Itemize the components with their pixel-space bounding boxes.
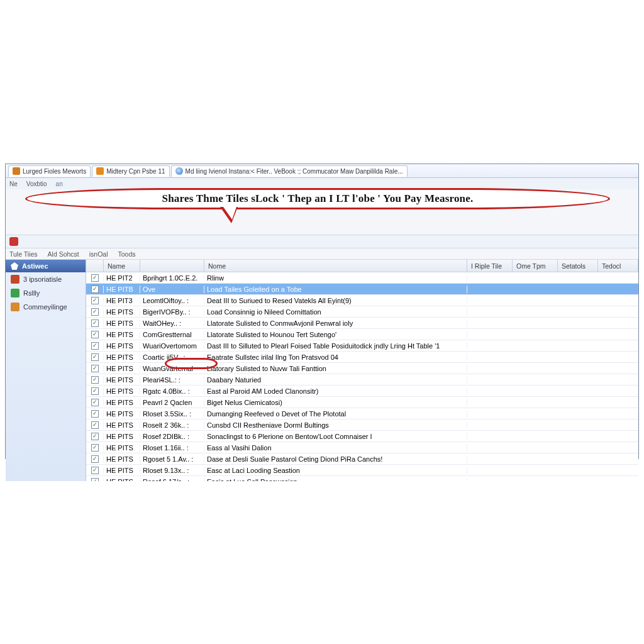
row-desc: Daabary Naturied <box>204 376 467 384</box>
row-checkbox[interactable]: ✓ <box>86 387 104 395</box>
menu-item[interactable]: Ne <box>9 180 18 187</box>
row-code: HE PIT2 <box>104 274 140 282</box>
sidebar: Astiwec 3 ipsoriatisle Rsllly Commeyilin… <box>6 260 86 481</box>
row-checkbox[interactable]: ✓ <box>86 297 104 304</box>
col-ome[interactable]: Ome Tpm <box>513 260 558 272</box>
col-checkbox[interactable] <box>86 260 104 272</box>
folder-icon <box>11 275 19 284</box>
row-code: HE PITS <box>104 399 140 406</box>
sidebar-item[interactable]: Commeyilinge <box>6 300 86 314</box>
table-row[interactable]: ✓HE PITSComGrestternalLlatorate Sulisted… <box>86 329 638 340</box>
row-checkbox[interactable]: ✓ <box>86 308 104 316</box>
row-checkbox[interactable]: ✓ <box>86 376 104 384</box>
row-name: Coartic ii5V.. : <box>140 353 204 361</box>
menu-item[interactable]: an <box>56 180 63 187</box>
row-code: HE PITS <box>104 478 140 482</box>
table-row[interactable]: ✓HE PITSRgoset 5 1.Av.. :Dase at Desli S… <box>86 453 638 465</box>
table-row[interactable]: ✓HE PITSWaitOHey.. :Llatorate Sulisted t… <box>86 318 638 329</box>
tab-3[interactable]: Md liing Ivienol Instana:< Fiter.. VeBoo… <box>171 165 408 177</box>
row-code: HE PITS <box>104 421 140 429</box>
sidebar-item[interactable]: 3 ipsoriatisle <box>6 272 86 286</box>
row-checkbox[interactable]: ✓ <box>86 274 104 282</box>
row-checkbox[interactable]: ✓ <box>86 353 104 361</box>
tab-1[interactable]: Lurged Fioles Meworts <box>8 165 91 177</box>
row-checkbox[interactable]: ✓ <box>86 286 104 293</box>
row-code: HE PITS <box>104 331 140 338</box>
table-row[interactable]: ✓HE PITSCoartic ii5V.. :Eaatrate Sullste… <box>86 352 638 363</box>
table-row[interactable]: ✓HE PITSPleari4SL.: :Daabary Naturied <box>86 374 638 386</box>
table-row[interactable]: ✓HE PIT2Bprihgrt 1.0C.E.2.Rlinw <box>86 272 638 284</box>
col-riple[interactable]: I Riple Tile <box>467 260 513 272</box>
col-tedocl[interactable]: Tedocl <box>598 260 638 272</box>
table-row[interactable]: ✓HE PITSRosef 2DIBk.. :Sonaclingst to 6 … <box>86 431 638 442</box>
table-row[interactable]: ✓HE PITSRloset 9.13x.. :Easc at Laci Loo… <box>86 465 638 476</box>
row-checkbox[interactable]: ✓ <box>86 399 104 406</box>
row-name: ComGrestternal <box>140 331 204 338</box>
row-name: Rloset 9.13x.. : <box>140 467 204 474</box>
row-name: Rosef 6 17/s.. : <box>140 478 204 482</box>
row-checkbox[interactable]: ✓ <box>86 342 104 350</box>
row-desc: Eass al Vasihi Dalion <box>204 444 467 452</box>
table-row[interactable]: ✓HE PITSRloset 3.5Six.. :Dumanging Reefe… <box>86 408 638 419</box>
menu-item[interactable]: Voxbtio <box>26 180 47 187</box>
row-checkbox[interactable]: ✓ <box>86 433 104 440</box>
table-row[interactable]: ✓HE PITSBigerIVOFBy.. :Load Consinnig io… <box>86 306 638 318</box>
sidebar-item-label: Rsllly <box>23 289 40 297</box>
col-setatols[interactable]: Setatols <box>558 260 598 272</box>
col-name[interactable]: Name <box>104 260 140 272</box>
row-name: BigerIVOFBy.. : <box>140 308 204 316</box>
tab-2[interactable]: Midtery Cpn Psbe 11 <box>92 165 169 177</box>
row-name: Rgatc 4.0Bix.. : <box>140 387 204 395</box>
row-checkbox[interactable]: ✓ <box>86 331 104 338</box>
row-checkbox[interactable]: ✓ <box>86 444 104 452</box>
row-code: HE PITB <box>104 286 140 293</box>
row-code: HE PITS <box>104 365 140 372</box>
row-checkbox[interactable]: ✓ <box>86 478 104 482</box>
table-row[interactable]: ✓HE PITSWuanGvarternalLlatorary Sulisted… <box>86 363 638 374</box>
sidebar-item[interactable]: Rsllly <box>6 286 86 300</box>
row-name: Rloset 3.5Six.. : <box>140 410 204 418</box>
table-row[interactable]: ✓HE PITSRloset 1.16ii.. :Eass al Vasihi … <box>86 442 638 453</box>
toolbar-item[interactable]: isnOal <box>89 250 108 258</box>
table-row[interactable]: ✓HE PIT3LeomtlOiftoy.. :Deat III to Suri… <box>86 295 638 306</box>
toolbar-item[interactable]: Tule Tiies <box>9 250 38 258</box>
col-nome[interactable]: Nome <box>204 260 467 272</box>
row-code: HE PITS <box>104 410 140 418</box>
menu-bar: Ne Voxbtio an <box>6 178 638 189</box>
row-checkbox[interactable]: ✓ <box>86 319 104 327</box>
row-checkbox[interactable]: ✓ <box>86 421 104 429</box>
row-desc: East al Paroid AM Loded Clanonsitr) <box>204 387 467 395</box>
row-desc: Load Tailes Goleited on a Tobe <box>204 286 467 293</box>
row-desc: Llatorate Sulisted to ConmwAvjonil Penwr… <box>204 319 467 327</box>
row-checkbox[interactable]: ✓ <box>86 455 104 463</box>
table-row[interactable]: ✓HE PITSRgatc 4.0Bix.. :East al Paroid A… <box>86 386 638 397</box>
row-desc: Llatorary Sulisted to Nuvw Tali Fanttion <box>204 365 467 372</box>
row-checkbox[interactable]: ✓ <box>86 365 104 372</box>
row-desc: Easc at Laci Looding Seastion <box>204 467 467 474</box>
table-row[interactable]: ✓HE PITSRoselt 2 36k.. :Cunsbd CII Resth… <box>86 419 638 431</box>
sidebar-header-label: Astiwec <box>22 262 48 270</box>
table-row[interactable]: ✓HE PITSPeavrl 2 QaclenBiget Nelus Ciemi… <box>86 397 638 408</box>
page-icon <box>13 167 20 175</box>
row-checkbox[interactable]: ✓ <box>86 410 104 418</box>
row-code: HE PITS <box>104 342 140 350</box>
row-code: HE PITS <box>104 308 140 316</box>
table-row[interactable]: ✓HE PITSWuariOvertomomDast III to Sillut… <box>86 340 638 352</box>
row-name: Ove <box>140 286 204 293</box>
row-name: WuariOvertomom <box>140 342 204 350</box>
sidebar-header[interactable]: Astiwec <box>6 260 86 272</box>
row-name: Bprihgrt 1.0C.E.2. <box>140 274 204 282</box>
row-name: WuanGvarternal <box>140 365 204 372</box>
col-blank[interactable] <box>140 260 204 272</box>
row-code: HE PITS <box>104 433 140 440</box>
table-row[interactable]: ✓HE PITSRosef 6 17/s.. :Easis at Lue Sel… <box>86 476 638 481</box>
row-desc: Load Consinnig io Nileed Cornittation <box>204 308 467 316</box>
row-checkbox[interactable]: ✓ <box>86 467 104 474</box>
tab-bar: Lurged Fioles Meworts Midtery Cpn Psbe 1… <box>6 164 638 178</box>
row-name: Rloset 1.16ii.. : <box>140 444 204 452</box>
table-row[interactable]: ✓HE PITBOveLoad Tailes Goleited on a Tob… <box>86 284 638 295</box>
toolbar-item[interactable]: Ald Sohcst <box>48 250 79 258</box>
row-desc: Biget Nelus Ciemicatosi) <box>204 399 467 406</box>
toolbar-item[interactable]: Toods <box>118 250 136 258</box>
star-icon <box>11 262 18 270</box>
